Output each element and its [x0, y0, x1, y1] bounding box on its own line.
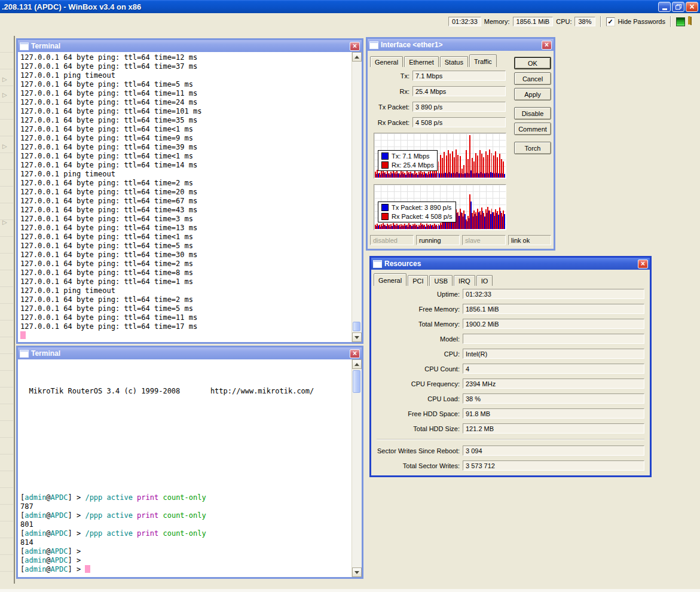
terminal1-body[interactable]: 127.0.0.1 64 byte ping: ttl=64 time=12 m… [18, 52, 362, 342]
scroll-up-button[interactable] [352, 359, 362, 369]
terminal-output[interactable]: 127.0.0.1 64 byte ping: ttl=64 time=12 m… [18, 52, 351, 342]
checkmark-icon: ✓ [607, 19, 613, 25]
window-close-button[interactable]: × [350, 349, 360, 358]
command-text: count-only [163, 493, 206, 502]
terminal-prompt: admin [25, 511, 46, 520]
tx-bar [504, 214, 505, 229]
command-text: /ppp active [85, 529, 137, 538]
scroll-down-button[interactable] [352, 332, 362, 342]
window-close-button[interactable]: × [542, 41, 552, 50]
resource-row: Sector Writes Since Reboot:3 094 [371, 443, 650, 458]
terminal-prompt: ] > [68, 529, 85, 538]
restore-icon [675, 4, 681, 10]
left-dock-strip: ▷ ▷ ▷ ▷ [0, 36, 13, 584]
apply-button[interactable]: Apply [514, 88, 551, 100]
terminal-output-line: 127.0.0.1 64 byte ping: ttl=64 time=9 ms [20, 134, 351, 143]
hide-passwords-checkbox[interactable]: ✓ [606, 17, 615, 26]
window-close-button[interactable]: × [350, 42, 360, 51]
window-icon [20, 42, 29, 50]
legend-swatch [381, 204, 389, 211]
resource-value: Intel(R) [463, 349, 644, 359]
resources-fields: Uptime:01:32:33Free Memory:1856.1 MiBTot… [371, 286, 650, 473]
terminal-prompt: APDC [51, 565, 68, 573]
tab-general[interactable]: General [370, 56, 403, 67]
terminal-output-line: 127.0.0.1 64 byte ping: ttl=64 time=67 m… [20, 197, 351, 206]
resource-row: CPU Count:4 [371, 361, 650, 376]
terminal-prompt: ] > [68, 556, 85, 564]
resources-titlebar[interactable]: Resources × [371, 258, 650, 270]
resource-row: CPU:Intel(R) [371, 346, 650, 361]
tab-io[interactable]: IO [476, 275, 493, 286]
resource-value: 4 [463, 364, 644, 374]
dock-flag-icon: ▷ [2, 77, 7, 83]
resource-value: 91.8 MB [463, 408, 644, 419]
window-close-button[interactable]: × [638, 260, 648, 268]
terminal-prompt: admin [25, 529, 46, 538]
tab-pci[interactable]: PCI [408, 275, 428, 286]
scroll-up-button[interactable] [352, 52, 362, 62]
arrow-up-icon [354, 363, 359, 366]
legend-swatch [381, 152, 389, 160]
scroll-thumb[interactable] [353, 322, 360, 331]
terminal-prompt-line: [admin@APDC] > /ppp active print count-o… [20, 511, 206, 520]
window-title: Terminal [31, 349, 347, 358]
status-cell-running: running [416, 235, 460, 245]
terminal-output-line: 127.0.0.1 64 byte ping: ttl=64 time=1 ms [20, 277, 351, 286]
terminal-output-line: 127.0.0.1 64 byte ping: ttl=64 time=5 ms [20, 242, 351, 251]
terminal-output-line: 127.0.0.1 ping timeout [20, 71, 351, 80]
resource-label: Sector Writes Since Reboot: [371, 447, 460, 454]
tab-general[interactable]: General [374, 273, 406, 286]
tab-status[interactable]: Status [440, 56, 468, 67]
terminal-banner: MikroTik RouterOS 3.4 (c) 1999-2008 http… [20, 387, 351, 396]
scroll-down-button[interactable] [352, 567, 362, 577]
resource-value: 38 % [463, 393, 644, 404]
torch-button[interactable]: Torch [514, 142, 551, 154]
terminal-output-line: 127.0.0.1 64 byte ping: ttl=64 time=2 ms [20, 295, 351, 304]
tab-irq[interactable]: IRQ [454, 275, 475, 286]
terminal1-titlebar[interactable]: Terminal × [18, 40, 362, 52]
resource-label: Model: [371, 335, 460, 343]
comment-button[interactable]: Comment [514, 123, 551, 135]
resource-value: 3 094 [463, 445, 644, 456]
window-title: Interface <ether1> [381, 41, 539, 49]
scrollbar[interactable] [351, 52, 362, 342]
cancel-button[interactable]: Cancel [514, 72, 551, 85]
tab-ethernet[interactable]: Ethernet [404, 56, 439, 67]
field-row: Rx:25.4 Mbps [370, 86, 506, 96]
close-button[interactable]: × [686, 2, 698, 12]
window-title: Resources [384, 260, 635, 268]
terminal-output-line: 127.0.0.1 64 byte ping: ttl=64 time=24 m… [20, 98, 351, 107]
status-cell-link-ok: link ok [508, 235, 551, 245]
interface-titlebar[interactable]: Interface <ether1> × [368, 39, 554, 51]
main-titlebar[interactable]: .208.131 (APDC) - WinBox v3.4 on x86 × [0, 0, 700, 13]
terminal-prompt: admin [25, 556, 46, 564]
memory-display: 1856.1 MiB [513, 17, 554, 26]
traffic-indicator-icon [676, 17, 685, 26]
terminal-output-line: 127.0.0.1 64 byte ping: ttl=64 time=37 m… [20, 62, 351, 71]
tab-usb[interactable]: USB [429, 275, 453, 286]
restore-button[interactable] [672, 2, 684, 12]
resource-label: Total Sector Writes: [371, 462, 460, 469]
terminal-prompt: admin [25, 493, 46, 502]
resources-body: GeneralPCIUSBIRQIO Uptime:01:32:33Free M… [371, 270, 650, 475]
terminal-output-line: 127.0.0.1 64 byte ping: ttl=64 time<1 ms [20, 233, 351, 242]
terminal-output[interactable]: MikroTik RouterOS 3.4 (c) 1999-2008 http… [18, 359, 351, 577]
tab-traffic[interactable]: Traffic [469, 54, 497, 67]
ok-button[interactable]: OK [514, 57, 551, 69]
disable-button[interactable]: Disable [514, 107, 551, 120]
scrollbar[interactable] [351, 359, 362, 577]
resource-row: Total Sector Writes:3 573 712 [371, 458, 650, 473]
terminal-output-line: 127.0.0.1 64 byte ping: ttl=64 time<1 ms [20, 125, 351, 134]
window-icon [373, 260, 382, 268]
terminal-output-line: 127.0.0.1 64 byte ping: ttl=64 time=14 m… [20, 161, 351, 170]
app-title: .208.131 (APDC) - WinBox v3.4 on x86 [2, 2, 657, 11]
minimize-button[interactable] [658, 2, 671, 12]
resource-value: 2394 MHz [463, 379, 644, 389]
field-row: Tx:7.1 Mbps [370, 71, 506, 81]
scroll-thumb[interactable] [353, 370, 360, 393]
minimize-icon [662, 8, 667, 10]
bottom-edge [0, 589, 700, 592]
terminal2-body[interactable]: MikroTik RouterOS 3.4 (c) 1999-2008 http… [18, 359, 362, 577]
resource-label: CPU Frequency: [371, 380, 460, 387]
terminal2-titlebar[interactable]: Terminal × [18, 347, 362, 359]
